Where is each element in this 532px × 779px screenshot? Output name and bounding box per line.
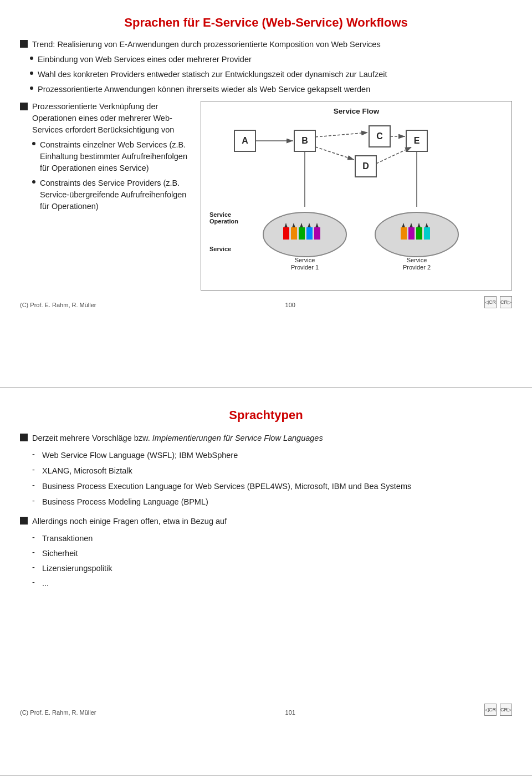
dash-char-2: - xyxy=(32,465,38,474)
dot-icon-2 xyxy=(30,57,33,60)
left-column: Prozessorientierte Verknüpfung der Opera… xyxy=(20,101,192,291)
svg-rect-24 xyxy=(306,227,313,240)
dot-icon-left-2 xyxy=(32,180,35,184)
slide2-sub-dash-2: - Sicherheit xyxy=(32,548,512,559)
diagram-svg: A B C D E xyxy=(207,124,506,284)
slide2-footer: (C) Prof. E. Rahm, R. Müller 101 ◁CR CR▷ xyxy=(20,593,512,716)
slide2-sub-text-3: Lizensierungspolitik xyxy=(42,563,112,574)
sub-dash-char-3: - xyxy=(32,563,38,572)
svg-rect-34 xyxy=(401,227,407,240)
svg-text:Service: Service xyxy=(209,246,231,252)
slide2-nav-icons: ◁CR CR▷ xyxy=(484,704,512,716)
slide1-footer: (C) Prof. E. Rahm, R. Müller 100 ◁CR CR▷ xyxy=(20,296,512,308)
bullet-item-4: Prozessorientierte Anwendungen können ih… xyxy=(20,84,512,95)
svg-rect-22 xyxy=(291,227,297,240)
slide2-sub-text-2: Sicherheit xyxy=(42,548,78,559)
slide1-title: Sprachen für E-Service (Web-Service) Wor… xyxy=(20,16,512,30)
svg-rect-35 xyxy=(408,227,415,240)
svg-text:B: B xyxy=(301,136,308,145)
slide-1: Sprachen für E-Service (Web-Service) Wor… xyxy=(0,0,532,388)
svg-rect-25 xyxy=(314,227,320,240)
slide2-sub-dash-3: - Lizensierungspolitik xyxy=(32,563,512,574)
bullet-text-1: Trend: Realisierung von E-Anwendungen du… xyxy=(32,39,381,50)
svg-text:Service: Service xyxy=(209,211,231,218)
square-icon-left xyxy=(20,103,28,110)
svg-rect-36 xyxy=(416,227,422,240)
slide2-dash-text-1: Web Service Flow Language (WSFL); IBM We… xyxy=(42,450,238,461)
nav-icon-forward[interactable]: CR▷ xyxy=(500,296,512,308)
svg-rect-21 xyxy=(283,227,289,240)
dot-icon-left-1 xyxy=(32,142,35,145)
dash-char-3: - xyxy=(32,481,38,490)
slide2-copyright: (C) Prof. E. Rahm, R. Müller xyxy=(20,709,96,716)
square-icon-1 xyxy=(20,40,28,48)
bullet-item-3: Wahl des konkreten Providers entweder st… xyxy=(20,69,512,80)
bullet-item-2: Einbindung von Web Services eines oder m… xyxy=(20,54,512,65)
slide2-dash-text-2: XLANG, Microsoft Biztalk xyxy=(42,465,132,477)
bullet-item-1: Trend: Realisierung von E-Anwendungen du… xyxy=(20,39,512,50)
svg-text:D: D xyxy=(362,161,369,171)
slide2-nav-icon-forward[interactable]: CR▷ xyxy=(500,704,512,716)
diagram-box: Service Flow A B C D E xyxy=(201,101,512,291)
left-sub-2: Constraints des Service Providers (z.B. … xyxy=(32,177,192,212)
dash-char-4: - xyxy=(32,496,38,505)
svg-text:Service: Service xyxy=(295,257,315,263)
two-col-section: Prozessorientierte Verknüpfung der Opera… xyxy=(20,101,512,291)
left-square-bullet: Prozessorientierte Verknüpfung der Opera… xyxy=(20,101,192,136)
svg-text:Provider 1: Provider 1 xyxy=(291,264,319,271)
slide2-sub-text-1: Transaktionen xyxy=(42,533,93,544)
bullet-text-2: Einbindung von Web Services eines oder m… xyxy=(38,54,252,65)
left-sub-text-1: Constraints einzelner Web Services (z.B.… xyxy=(40,139,192,174)
nav-icon-back[interactable]: ◁CR xyxy=(484,296,497,308)
slide1-copyright: (C) Prof. E. Rahm, R. Müller xyxy=(20,302,96,308)
slide2-dash-4: - Business Process Modeling Language (BP… xyxy=(32,496,512,508)
slide2-dash-text-4: Business Process Modeling Language (BPML… xyxy=(42,496,208,508)
slide1-page: 100 xyxy=(285,302,295,308)
slide2-dash-text-3: Business Process Execution Language for … xyxy=(42,481,411,492)
svg-text:A: A xyxy=(242,136,248,145)
svg-rect-23 xyxy=(299,227,305,240)
left-sub-text-2: Constraints des Service Providers (z.B. … xyxy=(40,177,192,212)
svg-text:Service: Service xyxy=(407,257,427,263)
sub-dash-char-4: - xyxy=(32,578,38,587)
slide2-title: Sprachtypen xyxy=(20,408,512,422)
diagram-title: Service Flow xyxy=(334,107,380,115)
slide1-bullets: Trend: Realisierung von E-Anwendungen du… xyxy=(20,39,512,95)
dash-char-1: - xyxy=(32,450,38,459)
slide2-sub-dash-4: - ... xyxy=(32,578,512,589)
slide2-page: 101 xyxy=(285,709,295,716)
slide2-italic: Implementierungen für Service Flow Langu… xyxy=(152,434,323,442)
square-icon-s2-2 xyxy=(20,517,28,525)
sub-dash-char-2: - xyxy=(32,548,38,557)
slide-2: Sprachtypen Derzeit mehrere Vorschläge b… xyxy=(0,388,532,776)
left-header-text: Prozessorientierte Verknüpfung der Opera… xyxy=(32,101,192,136)
svg-text:Provider 2: Provider 2 xyxy=(403,264,431,271)
slide1-nav-icons: ◁CR CR▷ xyxy=(484,296,512,308)
slide2-nav-icon-back[interactable]: ◁CR xyxy=(484,704,497,716)
dot-icon-3 xyxy=(30,72,33,75)
svg-rect-37 xyxy=(424,227,430,240)
svg-text:Operation: Operation xyxy=(209,218,238,225)
slide2-dash-1: - Web Service Flow Language (WSFL); IBM … xyxy=(32,450,512,461)
square-icon-s2-1 xyxy=(20,434,28,441)
slide2-square-bullet-1: Derzeit mehrere Vorschläge bzw. Implemen… xyxy=(20,432,512,444)
svg-text:E: E xyxy=(414,136,420,145)
bullet-text-4: Prozessorientierte Anwendungen können ih… xyxy=(38,84,370,95)
slide2-second-header: Allerdings noch einige Fragen offen, etw… xyxy=(32,516,227,527)
svg-line-14 xyxy=(376,147,412,164)
dot-icon-4 xyxy=(30,86,33,90)
svg-text:C: C xyxy=(376,131,383,141)
left-sub-1: Constraints einzelner Web Services (z.B.… xyxy=(32,139,192,174)
slide2-sub-dash-1: - Transaktionen xyxy=(32,533,512,544)
sub-dash-char-1: - xyxy=(32,533,38,542)
slide2-sub-text-4: ... xyxy=(42,578,49,589)
bullet-text-3: Wahl des konkreten Providers entweder st… xyxy=(38,69,387,80)
svg-line-11 xyxy=(315,133,368,137)
slide2-square-bullet-2: Allerdings noch einige Fragen offen, etw… xyxy=(20,516,512,527)
slide2-intro-text: Derzeit mehrere Vorschläge bzw. Implemen… xyxy=(32,432,323,444)
slide2-dash-2: - XLANG, Microsoft Biztalk xyxy=(32,465,512,477)
slide2-dash-3: - Business Process Execution Language fo… xyxy=(32,481,512,492)
svg-line-12 xyxy=(315,147,354,160)
